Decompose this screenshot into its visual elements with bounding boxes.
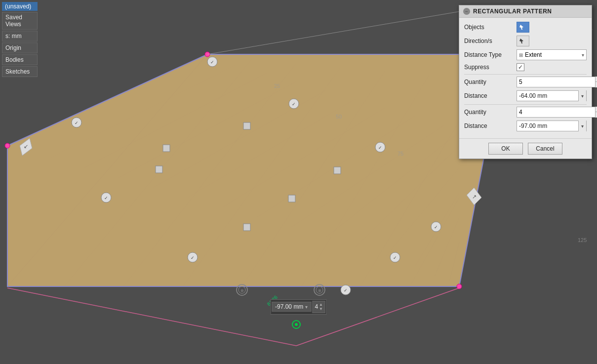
svg-text:↙: ↙ — [24, 143, 28, 149]
svg-point-62 — [5, 143, 10, 148]
unsaved-label: (unsaved) — [2, 2, 38, 11]
objects-label: Objects — [464, 24, 514, 31]
distance2-field[interactable]: -97.00 mm ▾ — [517, 121, 587, 131]
quantity2-row: Quantity ▲ ▼ — [464, 107, 587, 118]
suppress-label: Suppress — [464, 64, 514, 71]
dimension-distance-value: -97.00 mm — [275, 303, 303, 310]
grid-icon: ⊞ — [519, 52, 523, 58]
svg-text:⊗: ⊗ — [240, 288, 244, 293]
svg-text:✓: ✓ — [378, 145, 382, 150]
objects-picker-button[interactable] — [517, 22, 529, 33]
svg-rect-34 — [288, 195, 295, 202]
dimension-quantity-spinbox[interactable]: 4 ▲ ▼ — [312, 301, 325, 313]
svg-text:✓: ✓ — [75, 121, 79, 125]
distance1-field[interactable]: -64.00 mm ▾ — [517, 90, 587, 101]
dialog-footer: OK Cancel — [459, 138, 592, 159]
sidebar-item-origin[interactable]: Origin — [2, 42, 38, 53]
distance-type-value: Extent — [525, 51, 542, 58]
svg-text:✓: ✓ — [393, 255, 397, 260]
distance2-dropdown-arrow[interactable]: ▾ — [578, 121, 586, 131]
quantity1-spinbox[interactable]: ▲ ▼ — [517, 77, 597, 87]
distance2-control: -97.00 mm ▾ — [517, 121, 587, 131]
distance-type-label: Distance Type — [464, 51, 514, 58]
distance2-value: -97.00 mm — [517, 122, 578, 129]
dimension-quantity-down[interactable]: ▼ — [319, 307, 323, 312]
svg-text:50: 50 — [336, 114, 342, 120]
cancel-button[interactable]: Cancel — [528, 143, 562, 155]
distance-type-row: Distance Type ⊞ Extent ▾ — [464, 49, 587, 60]
quantity2-control: ▲ ▼ — [517, 107, 597, 118]
distance1-control: -64.00 mm ▾ — [517, 90, 587, 101]
svg-rect-36 — [163, 145, 170, 152]
quantity1-label: Quantity — [464, 79, 514, 85]
sidebar-item-units[interactable]: s: mm — [2, 31, 38, 41]
svg-text:125: 125 — [578, 237, 587, 243]
svg-text:✓: ✓ — [104, 196, 108, 201]
distance1-dropdown-arrow[interactable]: ▾ — [578, 90, 586, 101]
quantity2-input[interactable] — [517, 107, 595, 117]
dialog-titlebar: − RECTANGULAR PATTERN — [459, 5, 592, 18]
svg-text:✓: ✓ — [191, 255, 195, 260]
suppress-checkbox[interactable] — [517, 63, 524, 71]
distance1-row: Distance -64.00 mm ▾ — [464, 90, 587, 101]
svg-rect-33 — [334, 167, 341, 174]
dimension-quantity-up[interactable]: ▲ — [319, 302, 323, 307]
directions-picker-button[interactable] — [517, 36, 529, 46]
distance2-label: Distance — [464, 122, 514, 129]
dimension-distance-arrow[interactable]: ▾ — [305, 304, 308, 310]
suppress-row: Suppress — [464, 63, 587, 71]
svg-text:✓: ✓ — [434, 225, 438, 230]
distance2-row: Distance -97.00 mm ▾ — [464, 121, 587, 131]
quantity2-label: Quantity — [464, 109, 514, 116]
quantity1-control: ▲ ▼ — [517, 77, 597, 87]
quantity2-arrows: ▲ ▼ — [595, 107, 597, 118]
sidebar: (unsaved) Saved Views s: mm Origin Bodie… — [0, 0, 40, 79]
quantity1-row: Quantity ▲ ▼ — [464, 77, 587, 87]
dimension-distance-field[interactable]: -97.00 mm ▾ — [272, 302, 311, 312]
distance1-label: Distance — [464, 92, 514, 99]
dimension-overlay: -97.00 mm ▾ 4 ▲ ▼ — [270, 299, 327, 315]
dialog-close-button[interactable]: − — [463, 8, 470, 15]
sidebar-item-saved-views[interactable]: Saved Views — [2, 12, 38, 30]
svg-text:✓: ✓ — [344, 288, 348, 293]
distance1-value: -64.00 mm — [517, 92, 578, 99]
quantity2-spinbox[interactable]: ▲ ▼ — [517, 107, 597, 118]
divider-2 — [464, 104, 587, 105]
svg-text:↗: ↗ — [472, 194, 477, 200]
quantity1-input[interactable] — [517, 77, 595, 87]
dialog-title: RECTANGULAR PATTERN — [473, 8, 552, 15]
svg-rect-31 — [243, 122, 250, 129]
dimension-quantity-value: 4 — [315, 303, 318, 310]
svg-rect-32 — [156, 166, 162, 173]
svg-text:✓: ✓ — [210, 60, 214, 65]
rectangular-pattern-dialog: − RECTANGULAR PATTERN Objects Direction/… — [459, 5, 592, 159]
chevron-down-icon: ▾ — [582, 52, 584, 58]
objects-row: Objects — [464, 22, 587, 33]
dialog-body: Objects Direction/s Di — [459, 18, 592, 138]
svg-text:75: 75 — [398, 151, 403, 157]
sidebar-item-bodies[interactable]: Bodies — [2, 54, 38, 65]
suppress-control — [517, 63, 587, 71]
dimension-spin-arrows: ▲ ▼ — [319, 302, 323, 312]
svg-rect-35 — [243, 224, 250, 231]
directions-row: Direction/s — [464, 36, 587, 46]
directions-control — [517, 36, 587, 46]
svg-text:25: 25 — [274, 83, 280, 89]
divider-1 — [464, 74, 587, 75]
directions-label: Direction/s — [464, 38, 514, 44]
sidebar-item-sketches[interactable]: Sketches — [2, 66, 38, 77]
ok-button[interactable]: OK — [488, 143, 523, 155]
svg-point-74 — [295, 323, 298, 326]
quantity1-arrows: ▲ ▼ — [595, 77, 597, 87]
distance-type-control: ⊞ Extent ▾ — [517, 49, 587, 60]
distance-type-dropdown[interactable]: ⊞ Extent ▾ — [517, 49, 587, 60]
svg-text:⊗: ⊗ — [318, 288, 321, 293]
svg-text:✓: ✓ — [292, 102, 296, 107]
objects-control — [517, 22, 587, 33]
